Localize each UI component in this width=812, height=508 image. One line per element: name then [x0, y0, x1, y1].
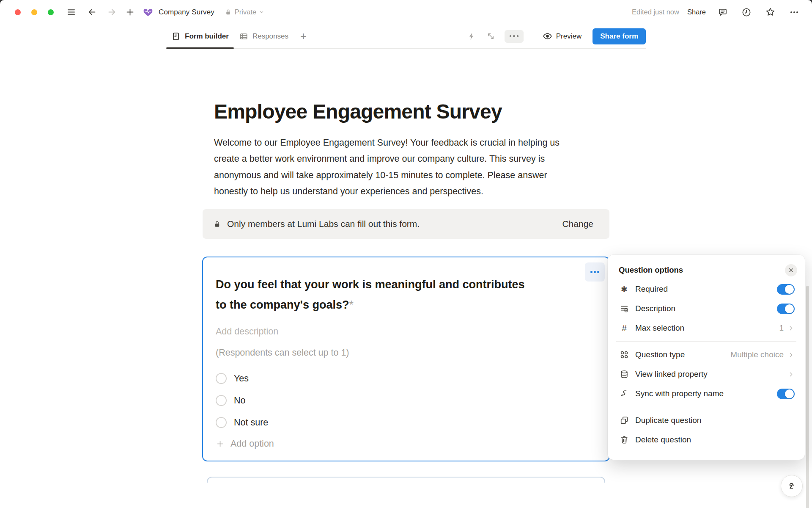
- access-notice-bar: Only members at Lumi Labs can fill out t…: [203, 209, 609, 239]
- database-icon: [619, 370, 630, 379]
- option-row-yes[interactable]: Yes: [216, 367, 596, 389]
- tab-responses-label: Responses: [252, 32, 288, 41]
- expand-diagonal-icon: [486, 32, 495, 41]
- back-button[interactable]: [86, 6, 97, 18]
- lightning-icon: [467, 32, 476, 41]
- tab-responses[interactable]: Responses: [234, 24, 294, 48]
- zoom-window-button[interactable]: [48, 9, 54, 15]
- automations-button[interactable]: [467, 32, 476, 41]
- question-type-grid-icon: [619, 350, 630, 359]
- minimize-window-button[interactable]: [31, 9, 37, 15]
- form-description[interactable]: Welcome to our Employee Engagement Surve…: [214, 135, 569, 199]
- plus-icon: [216, 439, 225, 448]
- question-type-row[interactable]: Question type Multiple choice: [614, 345, 799, 364]
- sync-property-toggle[interactable]: [777, 389, 795, 399]
- lock-icon: [213, 220, 221, 228]
- eye-icon: [543, 31, 552, 41]
- radio-button[interactable]: [216, 373, 227, 384]
- forward-arrow-icon: [107, 7, 117, 17]
- divider: [616, 407, 796, 407]
- share-button[interactable]: Share: [687, 8, 706, 16]
- option-label: Not sure: [234, 417, 268, 428]
- option-row-not-sure[interactable]: Not sure: [216, 411, 596, 433]
- access-notice-text: Only members at Lumi Labs can fill out t…: [227, 219, 420, 229]
- question-description-placeholder[interactable]: Add description: [216, 325, 596, 338]
- tab-form-builder[interactable]: Form builder: [166, 24, 234, 48]
- close-window-button[interactable]: [15, 9, 21, 15]
- expand-view-button[interactable]: [486, 32, 495, 41]
- delete-question-row[interactable]: Delete question: [614, 430, 799, 450]
- required-marker: *: [349, 298, 354, 311]
- radio-button[interactable]: [216, 417, 227, 428]
- preview-button[interactable]: Preview: [543, 31, 582, 41]
- close-icon: [788, 267, 794, 273]
- comments-icon[interactable]: [718, 7, 728, 17]
- asterisk-icon: ✱: [619, 284, 630, 294]
- chrome-right-controls: Edited just now Share: [632, 7, 812, 17]
- page-title[interactable]: Company Survey: [159, 8, 214, 17]
- hash-icon: #: [619, 323, 630, 333]
- share-form-button[interactable]: Share form: [593, 28, 646, 44]
- description-row[interactable]: Description: [614, 299, 799, 318]
- question-card: Do you feel that your work is meaningful…: [202, 257, 610, 461]
- form-title[interactable]: Employee Engagement Survey: [214, 100, 598, 123]
- app-window: Company Survey Private Edited just now S…: [0, 0, 812, 508]
- ai-face-icon: [786, 480, 798, 492]
- view-tab-strip: Form builder Responses +: [166, 24, 646, 49]
- privacy-dropdown[interactable]: Private: [225, 8, 264, 16]
- preview-label: Preview: [556, 32, 582, 41]
- change-access-button[interactable]: Change: [562, 219, 593, 229]
- add-view-button[interactable]: +: [298, 30, 309, 42]
- duplicate-icon: [619, 416, 630, 425]
- question-more-options-button[interactable]: [585, 262, 605, 282]
- required-toggle[interactable]: [777, 284, 795, 295]
- history-clock-icon[interactable]: [741, 7, 752, 17]
- more-options-icon[interactable]: [789, 7, 799, 17]
- form-builder-doc-icon: [171, 32, 181, 41]
- window-chrome: Company Survey Private Edited just now S…: [0, 0, 812, 24]
- lock-icon: [225, 8, 232, 16]
- favorite-star-icon[interactable]: [765, 7, 776, 17]
- option-row-no[interactable]: No: [216, 389, 596, 411]
- question-options-popup: Question options ✱ Required Description …: [608, 255, 805, 460]
- question-title[interactable]: Do you feel that your work is meaningful…: [216, 274, 537, 315]
- option-label: No: [234, 395, 245, 406]
- page-scrollbar[interactable]: [806, 286, 809, 508]
- add-option-button[interactable]: Add option: [216, 433, 596, 454]
- privacy-label: Private: [235, 8, 256, 16]
- view-linked-property-row[interactable]: View linked property: [614, 364, 799, 384]
- max-selection-row[interactable]: # Max selection 1: [614, 318, 799, 338]
- selection-limit-note: (Respondents can select up to 1): [216, 346, 596, 359]
- add-option-label: Add option: [230, 439, 274, 449]
- sidebar-menu-button[interactable]: [66, 6, 77, 18]
- radio-button[interactable]: [216, 395, 227, 406]
- forward-button[interactable]: [106, 6, 117, 18]
- view-more-options-button[interactable]: [505, 30, 524, 43]
- responses-table-icon: [239, 32, 248, 41]
- tab-form-builder-label: Form builder: [185, 32, 229, 41]
- chevron-right-icon: [787, 371, 795, 378]
- plus-icon: [125, 7, 135, 17]
- description-lines-icon: [619, 304, 630, 313]
- chevron-right-icon: [787, 351, 795, 359]
- sync-property-name-row[interactable]: Sync with property name: [614, 384, 799, 403]
- next-question-card-edge[interactable]: [207, 477, 605, 483]
- notion-ai-button[interactable]: [781, 475, 803, 497]
- chevron-down-icon: [259, 9, 264, 15]
- hamburger-icon: [66, 7, 76, 17]
- option-label: Yes: [234, 373, 249, 384]
- sync-icon: [619, 389, 630, 398]
- popup-close-button[interactable]: [785, 264, 797, 276]
- new-tab-button[interactable]: [124, 6, 135, 18]
- popup-title: Question options: [619, 265, 683, 275]
- chevron-right-icon: [787, 325, 795, 332]
- required-row[interactable]: ✱ Required: [614, 279, 799, 299]
- duplicate-question-row[interactable]: Duplicate question: [614, 411, 799, 430]
- description-toggle[interactable]: [777, 304, 795, 314]
- max-selection-value: 1: [779, 323, 784, 333]
- back-arrow-icon: [87, 7, 97, 17]
- divider: [533, 30, 533, 42]
- page-emoji-heart-pulse-icon: [143, 6, 154, 18]
- options-list: Yes No Not sure Add option: [216, 367, 596, 454]
- trash-icon: [619, 435, 630, 444]
